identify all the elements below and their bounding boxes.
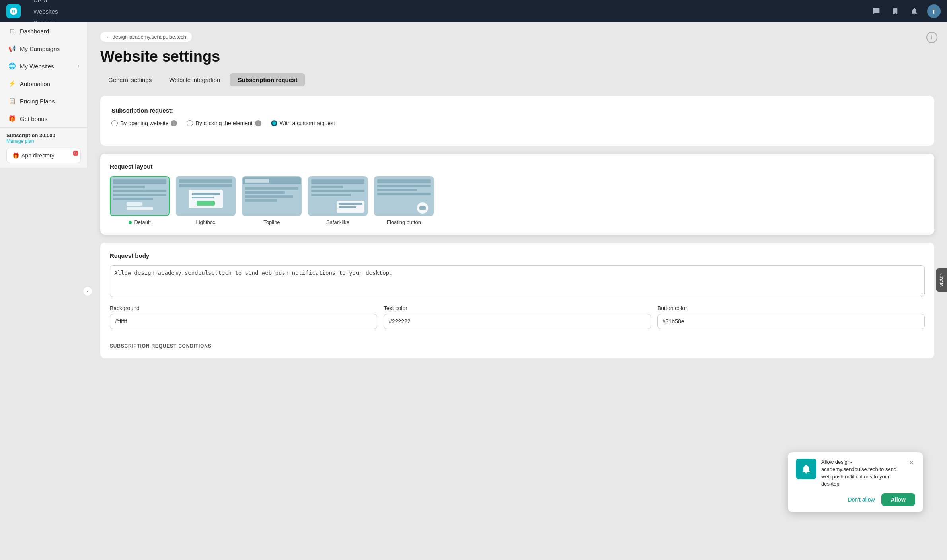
selected-dot-icon bbox=[129, 221, 132, 224]
app-directory-button[interactable]: 🎁 App directory B bbox=[6, 148, 81, 163]
svg-rect-4 bbox=[113, 194, 166, 196]
layout-preview-3 bbox=[308, 176, 368, 216]
layout-preview-2 bbox=[242, 176, 302, 216]
push-popup-close-button[interactable]: ✕ bbox=[907, 459, 915, 467]
sidebar-bottom: Subscription 30,000 Manage plan 🎁 App di… bbox=[0, 127, 87, 168]
back-link[interactable]: ← design-academy.sendpulse.tech bbox=[100, 32, 192, 42]
sidebar-item-automation[interactable]: ⚡Automation bbox=[0, 75, 87, 92]
layout-preview-4 bbox=[374, 176, 434, 216]
svg-rect-18 bbox=[245, 187, 298, 190]
sidebar-item-get-bonus[interactable]: 🎁Get bonus bbox=[0, 110, 87, 127]
color-input-1[interactable] bbox=[384, 314, 651, 329]
svg-rect-34 bbox=[377, 193, 431, 195]
layout-preview-1 bbox=[176, 176, 236, 216]
dont-allow-button[interactable]: Don't allow bbox=[848, 496, 875, 503]
tab-subscription-request[interactable]: Subscription request bbox=[230, 73, 305, 86]
svg-rect-10 bbox=[179, 184, 232, 187]
svg-rect-6 bbox=[127, 202, 142, 206]
gift-icon: 🎁 bbox=[8, 115, 16, 122]
info-icon-0[interactable]: i bbox=[171, 120, 177, 126]
page-info-icon[interactable]: i bbox=[926, 32, 937, 43]
svg-rect-26 bbox=[311, 194, 351, 196]
beta-badge: B bbox=[73, 151, 78, 156]
subscription-request-card: Subscription request: By opening website… bbox=[100, 96, 934, 146]
svg-rect-9 bbox=[179, 179, 232, 183]
svg-rect-13 bbox=[192, 197, 214, 198]
sidebar-item-pricing-plans[interactable]: 📋Pricing Plans bbox=[0, 92, 87, 110]
layout-option-floating-button[interactable]: Floating button bbox=[374, 176, 434, 225]
svg-rect-19 bbox=[245, 191, 285, 194]
allow-button[interactable]: Allow bbox=[881, 493, 915, 506]
color-input-2[interactable] bbox=[657, 314, 925, 329]
color-input-0[interactable] bbox=[110, 314, 377, 329]
sidebar-items: ⊞Dashboard📢My Campaigns🌐My Websites‹⚡Aut… bbox=[0, 22, 87, 127]
mobile-icon[interactable] bbox=[889, 5, 902, 18]
info-icon-1[interactable]: i bbox=[255, 120, 261, 126]
sidebar-item-my-websites[interactable]: 🌐My Websites‹ bbox=[0, 57, 87, 75]
manage-plan-link[interactable]: Manage plan bbox=[6, 138, 81, 144]
layout-option-default[interactable]: Default bbox=[110, 176, 170, 225]
color-inputs: BackgroundText colorButton color bbox=[110, 305, 925, 335]
push-icon-box bbox=[796, 459, 816, 479]
subscription-request-label: Subscription request: bbox=[111, 107, 923, 114]
nav-item-crm[interactable]: CRM bbox=[29, 0, 68, 6]
push-popup-text: Allow design-academy.sendpulse.tech to s… bbox=[821, 459, 902, 488]
globe-icon: 🌐 bbox=[8, 62, 16, 70]
tab-general-settings[interactable]: General settings bbox=[100, 73, 160, 86]
svg-rect-28 bbox=[339, 203, 362, 205]
bell-icon[interactable] bbox=[908, 5, 921, 18]
svg-rect-32 bbox=[377, 185, 431, 187]
radio-option-2[interactable]: With a custom request bbox=[271, 120, 335, 126]
sidebar: ⊞Dashboard📢My Campaigns🌐My Websites‹⚡Aut… bbox=[0, 22, 88, 168]
svg-rect-14 bbox=[197, 201, 215, 206]
chat-icon[interactable] bbox=[870, 5, 883, 18]
svg-rect-1 bbox=[113, 179, 166, 184]
layout-preview-0 bbox=[110, 176, 170, 216]
svg-rect-23 bbox=[311, 179, 364, 184]
megaphone-icon: 📢 bbox=[8, 45, 16, 52]
conditions-label: SUBSCRIPTION REQUEST CONDITIONS bbox=[110, 343, 925, 349]
zap-icon: ⚡ bbox=[8, 80, 16, 88]
radio-option-1[interactable]: By clicking the elementi bbox=[187, 120, 261, 126]
sidebar-item-my-campaigns[interactable]: 📢My Campaigns bbox=[0, 40, 87, 57]
svg-rect-33 bbox=[377, 189, 417, 191]
svg-rect-17 bbox=[245, 179, 269, 183]
color-field-background: Background bbox=[110, 305, 377, 329]
sidebar-wrapper: ⊞Dashboard📢My Campaigns🌐My Websites‹⚡Aut… bbox=[0, 22, 88, 560]
nav-item-websites[interactable]: Websites bbox=[29, 6, 68, 17]
layout-option-lightbox[interactable]: Lightbox bbox=[176, 176, 236, 225]
nav-icons: T bbox=[870, 4, 941, 18]
logo[interactable] bbox=[6, 4, 21, 18]
radio-option-0[interactable]: By opening websitei bbox=[111, 120, 177, 126]
layout-option-topline[interactable]: Topline bbox=[242, 176, 302, 225]
request-layout-card: Request layout DefaultLightboxToplineSaf… bbox=[100, 154, 934, 235]
page-title: Website settings bbox=[100, 48, 934, 65]
svg-rect-12 bbox=[192, 193, 220, 195]
request-body-label: Request body bbox=[110, 252, 925, 259]
radio-group: By opening websiteiBy clicking the eleme… bbox=[111, 120, 923, 126]
svg-rect-36 bbox=[419, 206, 426, 210]
color-field-button-color: Button color bbox=[657, 305, 925, 329]
svg-rect-3 bbox=[113, 190, 166, 192]
subscription-info: Subscription 30,000 bbox=[6, 132, 81, 138]
layout-options: DefaultLightboxToplineSafari-likeFloatin… bbox=[110, 176, 925, 225]
sidebar-item-dashboard[interactable]: ⊞Dashboard bbox=[0, 22, 87, 40]
request-body-section: Request body BackgroundText colorButton … bbox=[100, 243, 934, 358]
top-nav: EmailAutomationChatbotsCRMWebsitesPop-up… bbox=[0, 0, 947, 22]
sidebar-collapse-button[interactable]: ‹ bbox=[83, 286, 92, 296]
main-content: i ← design-academy.sendpulse.tech Websit… bbox=[88, 22, 947, 560]
svg-rect-24 bbox=[311, 186, 343, 188]
layout-option-safari-like[interactable]: Safari-like bbox=[308, 176, 368, 225]
user-avatar[interactable]: T bbox=[927, 4, 941, 18]
push-notification-popup: Allow design-academy.sendpulse.tech to s… bbox=[788, 452, 923, 512]
page-tabs: General settingsWebsite integrationSubsc… bbox=[100, 73, 934, 86]
svg-rect-31 bbox=[377, 179, 431, 183]
layers-icon: 📋 bbox=[8, 97, 16, 105]
tab-website-integration[interactable]: Website integration bbox=[161, 73, 228, 86]
layout-title: Request layout bbox=[110, 163, 925, 170]
svg-rect-5 bbox=[113, 198, 153, 200]
chats-tab[interactable]: Chats bbox=[936, 268, 947, 292]
svg-rect-20 bbox=[245, 195, 293, 198]
request-body-textarea[interactable] bbox=[110, 265, 925, 297]
svg-rect-29 bbox=[339, 206, 356, 208]
